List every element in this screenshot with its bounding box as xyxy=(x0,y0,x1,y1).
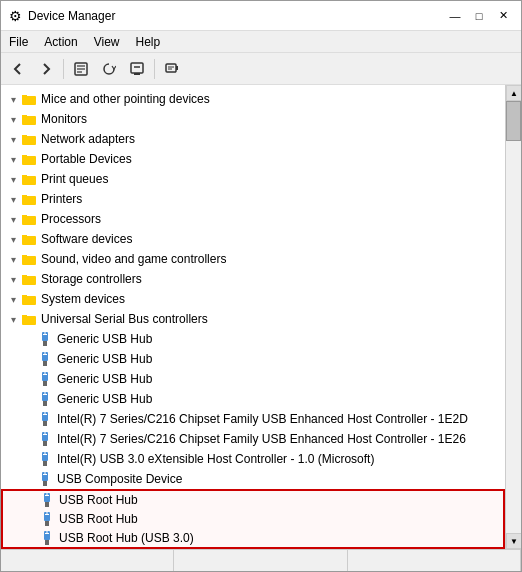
svg-rect-39 xyxy=(45,334,47,335)
tree-icon-usb-composite xyxy=(37,471,53,487)
svg-rect-71 xyxy=(43,481,47,486)
toolbar-forward[interactable] xyxy=(33,56,59,82)
tree-expander-sound[interactable]: ▾ xyxy=(5,249,21,269)
tree-expander-mice[interactable]: ▾ xyxy=(5,89,21,109)
tree-expander-usb-composite[interactable] xyxy=(21,469,37,489)
svg-rect-74 xyxy=(45,474,47,475)
tree-item-usb-controllers[interactable]: ▾Universal Serial Bus controllers xyxy=(1,309,505,329)
tree-item-usb-root-3[interactable]: USB Root Hub (USB 3.0) xyxy=(1,529,505,549)
tree-expander-storage[interactable]: ▾ xyxy=(5,269,21,289)
svg-rect-73 xyxy=(43,474,45,475)
tree-item-intel2[interactable]: Intel(R) 7 Series/C216 Chipset Family US… xyxy=(1,429,505,449)
scroll-thumb[interactable] xyxy=(506,101,521,141)
tree-expander-usb-root-1[interactable] xyxy=(23,490,39,510)
tree-expander-generic2[interactable] xyxy=(21,349,37,369)
maximize-button[interactable]: □ xyxy=(469,6,489,26)
minimize-button[interactable]: — xyxy=(445,6,465,26)
toolbar-update[interactable] xyxy=(96,56,122,82)
tree-item-monitors[interactable]: ▾Monitors xyxy=(1,109,505,129)
toolbar-properties[interactable] xyxy=(68,56,94,82)
close-button[interactable]: ✕ xyxy=(493,6,513,26)
tree-icon-intel3 xyxy=(37,451,53,467)
tree-expander-monitors[interactable]: ▾ xyxy=(5,109,21,129)
back-icon xyxy=(11,62,25,76)
tree-icon-mice xyxy=(21,91,37,107)
tree-item-intel1[interactable]: Intel(R) 7 Series/C216 Chipset Family US… xyxy=(1,409,505,429)
tree-item-intel3[interactable]: Intel(R) USB 3.0 eXtensible Host Control… xyxy=(1,449,505,469)
tree-item-mice[interactable]: ▾Mice and other pointing devices xyxy=(1,89,505,109)
tree-expander-printers[interactable]: ▾ xyxy=(5,189,21,209)
tree-item-storage[interactable]: ▾Storage controllers xyxy=(1,269,505,289)
content-area: ▾Mice and other pointing devices▾Monitor… xyxy=(1,85,521,549)
tree-icon-generic2 xyxy=(37,351,53,367)
tree-expander-generic4[interactable] xyxy=(21,389,37,409)
tree-expander-print-queues[interactable]: ▾ xyxy=(5,169,21,189)
tree-expander-intel2[interactable] xyxy=(21,429,37,449)
tree-label-intel3: Intel(R) USB 3.0 eXtensible Host Control… xyxy=(57,452,374,466)
tree-item-generic2[interactable]: Generic USB Hub xyxy=(1,349,505,369)
menu-file[interactable]: File xyxy=(1,33,36,51)
tree-expander-network[interactable]: ▾ xyxy=(5,129,21,149)
toolbar-scan[interactable] xyxy=(159,56,185,82)
svg-rect-51 xyxy=(43,401,47,406)
tree-expander-system-devices[interactable]: ▾ xyxy=(5,289,21,309)
vertical-scrollbar[interactable]: ▲ ▼ xyxy=(505,85,521,549)
tree-expander-software-devices[interactable]: ▾ xyxy=(5,229,21,249)
tree-item-generic4[interactable]: Generic USB Hub xyxy=(1,389,505,409)
tree-item-usb-root-1[interactable]: USB Root Hub xyxy=(1,489,505,509)
tree-label-network: Network adapters xyxy=(41,132,135,146)
tree-item-network[interactable]: ▾Network adapters xyxy=(1,129,505,149)
tree-item-usb-composite[interactable]: USB Composite Device xyxy=(1,469,505,489)
tree-item-generic3[interactable]: Generic USB Hub xyxy=(1,369,505,389)
tree-item-print-queues[interactable]: ▾Print queues xyxy=(1,169,505,189)
tree-expander-portable[interactable]: ▾ xyxy=(5,149,21,169)
tree-expander-usb-root-3[interactable] xyxy=(23,528,39,548)
toolbar-back[interactable] xyxy=(5,56,31,82)
status-segment-1 xyxy=(1,550,174,571)
scroll-down-button[interactable]: ▼ xyxy=(506,533,521,549)
uninstall-icon xyxy=(130,62,144,76)
tree-expander-generic3[interactable] xyxy=(21,369,37,389)
tree-label-generic3: Generic USB Hub xyxy=(57,372,152,386)
tree-item-sound[interactable]: ▾Sound, video and game controllers xyxy=(1,249,505,269)
tree-expander-processors[interactable]: ▾ xyxy=(5,209,21,229)
toolbar xyxy=(1,53,521,85)
scroll-track[interactable] xyxy=(506,101,521,533)
svg-rect-59 xyxy=(45,414,47,415)
menu-help[interactable]: Help xyxy=(128,33,169,51)
svg-rect-48 xyxy=(43,374,45,375)
svg-rect-18 xyxy=(22,156,36,165)
tree-expander-usb-controllers[interactable]: ▾ xyxy=(5,309,21,329)
svg-rect-32 xyxy=(22,296,36,305)
tree-expander-intel1[interactable] xyxy=(21,409,37,429)
tree-item-usb-root-2[interactable]: USB Root Hub xyxy=(1,509,505,529)
menu-view[interactable]: View xyxy=(86,33,128,51)
tree-item-software-devices[interactable]: ▾Software devices xyxy=(1,229,505,249)
forward-icon xyxy=(39,62,53,76)
tree-label-generic2: Generic USB Hub xyxy=(57,352,152,366)
status-segment-2 xyxy=(174,550,347,571)
tree-item-portable[interactable]: ▾Portable Devices xyxy=(1,149,505,169)
tree-expander-intel3[interactable] xyxy=(21,449,37,469)
svg-rect-43 xyxy=(43,354,45,355)
svg-rect-63 xyxy=(43,434,45,435)
tree-item-processors[interactable]: ▾Processors xyxy=(1,209,505,229)
tree-panel[interactable]: ▾Mice and other pointing devices▾Monitor… xyxy=(1,85,505,549)
toolbar-uninstall[interactable] xyxy=(124,56,150,82)
tree-item-printers[interactable]: ▾Printers xyxy=(1,189,505,209)
tree-label-usb-composite: USB Composite Device xyxy=(57,472,182,486)
status-segment-3 xyxy=(348,550,521,571)
tree-label-portable: Portable Devices xyxy=(41,152,132,166)
menu-bar: File Action View Help xyxy=(1,31,521,53)
tree-item-system-devices[interactable]: ▾System devices xyxy=(1,289,505,309)
svg-rect-41 xyxy=(43,361,47,366)
tree-icon-network xyxy=(21,131,37,147)
title-bar: ⚙ Device Manager — □ ✕ xyxy=(1,1,521,31)
tree-expander-generic1[interactable] xyxy=(21,329,37,349)
tree-expander-usb-root-2[interactable] xyxy=(23,509,39,529)
svg-rect-49 xyxy=(45,374,47,375)
svg-rect-8 xyxy=(176,66,178,70)
tree-item-generic1[interactable]: Generic USB Hub xyxy=(1,329,505,349)
menu-action[interactable]: Action xyxy=(36,33,85,51)
scroll-up-button[interactable]: ▲ xyxy=(506,85,521,101)
